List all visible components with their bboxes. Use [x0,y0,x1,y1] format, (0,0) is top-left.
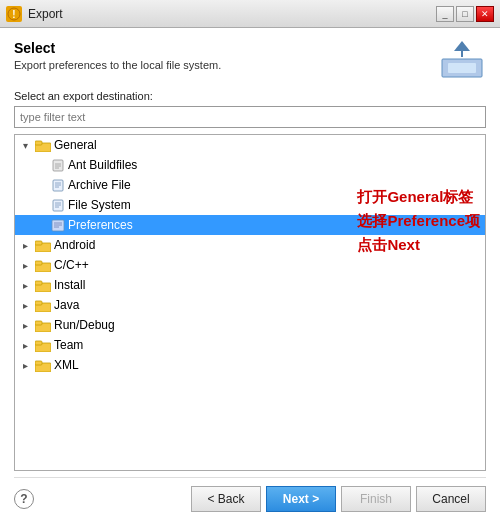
section-subtitle: Export preferences to the local file sys… [14,59,221,71]
tree-item-android[interactable]: ▸ Android [15,235,485,255]
tree-label: Android [54,238,95,252]
tree-label: C/C++ [54,258,89,272]
title-bar: ! Export _ □ ✕ [0,0,500,28]
tree-item-java[interactable]: ▸ Java [15,295,485,315]
tree-label: XML [54,358,79,372]
header-icon [438,40,486,80]
minimize-button[interactable]: _ [436,6,454,22]
dialog-footer: ? < Back Next > Finish Cancel [14,477,486,512]
tree-arrow[interactable]: ▸ [23,320,35,331]
svg-text:!: ! [12,9,15,20]
filter-input[interactable] [14,106,486,128]
tree-item-archive-file[interactable]: Archive File [15,175,485,195]
svg-rect-33 [35,321,42,325]
finish-button[interactable]: Finish [341,486,411,512]
dialog-title: Export [28,7,436,21]
tree-item-ant-buildfiles[interactable]: Ant Buildfiles [15,155,485,175]
svg-rect-7 [35,141,42,145]
tree-arrow[interactable]: ▸ [23,360,35,371]
tree-label: Ant Buildfiles [68,158,137,172]
section-title: Select [14,40,221,56]
dialog-header: Select Export preferences to the local f… [14,40,486,80]
window-controls[interactable]: _ □ ✕ [436,6,494,22]
footer-left: ? [14,489,34,509]
tree-item-xml[interactable]: ▸ XML [15,355,485,375]
header-text: Select Export preferences to the local f… [14,40,221,71]
svg-rect-29 [35,281,42,285]
tree-item-install[interactable]: ▸ Install [15,275,485,295]
svg-rect-31 [35,301,42,305]
tree-arrow[interactable]: ▾ [23,140,35,151]
svg-rect-3 [448,63,476,73]
tree-label: Team [54,338,83,352]
tree-arrow[interactable]: ▸ [23,260,35,271]
next-button[interactable]: Next > [266,486,336,512]
tree-arrow[interactable]: ▸ [23,300,35,311]
close-button[interactable]: ✕ [476,6,494,22]
svg-rect-35 [35,341,42,345]
tree-label: Archive File [68,178,131,192]
dialog-body: Select Export preferences to the local f… [0,28,500,524]
tree-label: Run/Debug [54,318,115,332]
maximize-button[interactable]: □ [456,6,474,22]
tree-item-cpp[interactable]: ▸ C/C++ [15,255,485,275]
tree-item-file-system[interactable]: File System [15,195,485,215]
tree-label: File System [68,198,131,212]
filter-label: Select an export destination: [14,90,486,102]
tree-label: General [54,138,97,152]
cancel-button[interactable]: Cancel [416,486,486,512]
tree-arrow[interactable]: ▸ [23,240,35,251]
tree-item-run-debug[interactable]: ▸ Run/Debug [15,315,485,335]
app-icon: ! [6,6,22,22]
svg-rect-37 [35,361,42,365]
tree-label: Preferences [68,218,133,232]
tree-label: Java [54,298,79,312]
svg-marker-5 [454,41,470,51]
tree-item-team[interactable]: ▸ Team [15,335,485,355]
svg-rect-25 [35,241,42,245]
tree-item-preferences[interactable]: Preferences [15,215,485,235]
svg-rect-27 [35,261,42,265]
back-button[interactable]: < Back [191,486,261,512]
tree-arrow[interactable]: ▸ [23,340,35,351]
help-button[interactable]: ? [14,489,34,509]
tree-item-general[interactable]: ▾ General [15,135,485,155]
footer-right: < Back Next > Finish Cancel [191,486,486,512]
tree-container[interactable]: 打开General标签 选择Preference项 点击Next ▾ Gener… [14,134,486,471]
tree-list: ▾ General Ant Buildfiles Archive File [15,135,485,375]
tree-label: Install [54,278,85,292]
tree-arrow[interactable]: ▸ [23,280,35,291]
